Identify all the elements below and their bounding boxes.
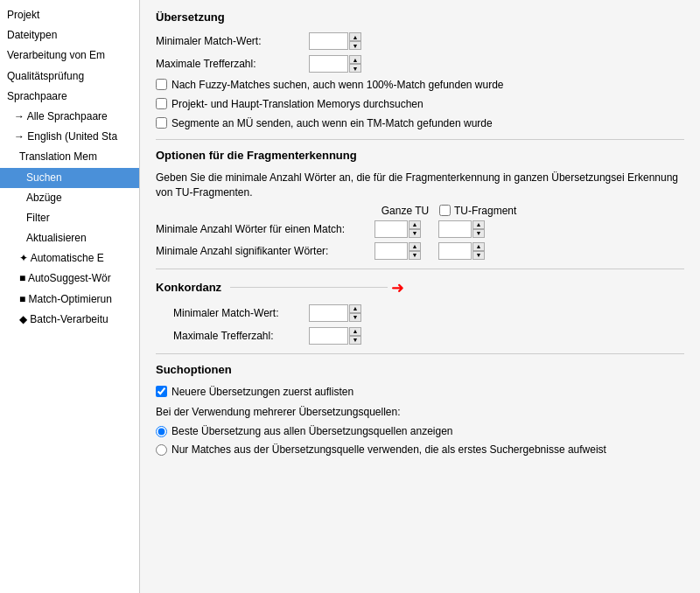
- sidebar-item-translation-mem[interactable]: Translation Mem: [0, 147, 139, 167]
- row2-ganze-input[interactable]: 2: [374, 242, 408, 260]
- sidebar-item-alle-sprachpaare[interactable]: → Alle Sprachpaare: [0, 107, 139, 127]
- konk-max-btns: ▲ ▼: [349, 327, 361, 345]
- radio1-label: Beste Übersetzung aus allen Übersetzungs…: [172, 424, 453, 439]
- konk-min-down[interactable]: ▼: [349, 313, 361, 322]
- max-treffer-spinbox-btns: ▲ ▼: [349, 55, 361, 73]
- row2-ganze-up[interactable]: ▲: [409, 242, 421, 251]
- fragment-row2: Minimale Anzahl signifikanter Wörter: 2 …: [156, 242, 684, 260]
- sidebar-item-batch-verarbeitung[interactable]: ◆ Batch-Verarbeitu: [0, 310, 139, 330]
- min-match-row: Minimaler Match-Wert: 70 ▲ ▼: [156, 32, 684, 50]
- fragment-desc: Geben Sie die minimale Anzahl Wörter an,…: [156, 171, 684, 200]
- sidebar-item-suchen[interactable]: Suchen: [0, 168, 139, 188]
- konk-min-label: Minimaler Match-Wert:: [156, 307, 309, 319]
- konk-max-row: Maximale Trefferzahl: 30 ▲ ▼: [156, 327, 684, 345]
- konk-min-spinbox: 70 ▲ ▼: [309, 304, 361, 322]
- sidebar-item-autosuggest[interactable]: ■ AutoSuggest-Wör: [0, 269, 139, 289]
- arrow-line: ➜: [230, 278, 684, 297]
- sidebar-item-match-optimierung[interactable]: ■ Match-Optimierun: [0, 290, 139, 310]
- radio2-label: Nur Matches aus der Übersetzungsquelle v…: [172, 443, 606, 457]
- checkbox2-row: Projekt- und Haupt-Translation Memorys d…: [156, 97, 684, 112]
- sidebar-item-aktualisieren[interactable]: Aktualisieren: [0, 228, 139, 248]
- row1-ganze-up[interactable]: ▲: [409, 220, 421, 229]
- max-treffer-label: Maximale Trefferzahl:: [156, 58, 309, 70]
- row1-ganze-spinbox: 2 ▲ ▼: [374, 220, 421, 238]
- min-match-down[interactable]: ▼: [349, 41, 361, 50]
- fragment-row2-label: Minimale Anzahl signifikanter Wörter:: [156, 245, 374, 257]
- konk-max-up[interactable]: ▲: [349, 327, 361, 336]
- row1-fragment-down[interactable]: ▼: [472, 229, 485, 238]
- sidebar-item-english-us[interactable]: → English (United Sta: [0, 127, 139, 147]
- radio2[interactable]: [156, 444, 167, 456]
- fragment-header: Ganze TU TU-Fragment: [156, 205, 684, 217]
- konk-max-down[interactable]: ▼: [349, 336, 361, 345]
- konkordanz-header: Konkordanz ➜: [156, 278, 684, 297]
- tu-fragment-checkbox[interactable]: [439, 205, 451, 216]
- sidebar-item-automatische-e[interactable]: ✦ Automatische E: [0, 248, 139, 269]
- min-match-spinbox-btns: ▲ ▼: [349, 32, 361, 50]
- suchoptionen-title: Suchoptionen: [156, 363, 684, 376]
- divider3: [156, 353, 684, 354]
- sidebar-item-dateitypen[interactable]: Dateitypen: [0, 25, 139, 45]
- fragment-table: Ganze TU TU-Fragment Minimale Anzahl Wör…: [156, 205, 684, 260]
- checkbox3-row: Segmente an MÜ senden, auch wenn ein TM-…: [156, 116, 684, 131]
- row1-fragment-up[interactable]: ▲: [472, 220, 485, 229]
- multi-source-label: Bei der Verwendung mehrerer Übersetzungs…: [156, 405, 684, 420]
- max-treffer-down[interactable]: ▼: [349, 64, 361, 73]
- fragment-row1-label: Minimale Anzahl Wörter für einen Match:: [156, 223, 374, 235]
- row1-fragment-input[interactable]: 3: [438, 220, 472, 238]
- row2-fragment-spinbox: 3 ▲ ▼: [438, 242, 485, 260]
- mu-senden-label: Segmente an MÜ senden, auch wenn ein TM-…: [172, 116, 493, 131]
- suchoptionen-section: Suchoptionen Neuere Übersetzungen zuerst…: [156, 363, 684, 457]
- sidebar-item-filter[interactable]: Filter: [0, 208, 139, 228]
- konkordanz-section: Konkordanz ➜ Minimaler Match-Wert: 70 ▲ …: [156, 278, 684, 345]
- tu-fragment-header: TU-Fragment: [454, 205, 516, 217]
- mu-senden-checkbox[interactable]: [156, 117, 167, 129]
- neuere-checkbox[interactable]: [156, 386, 167, 397]
- sidebar-item-abzuege[interactable]: Abzüge: [0, 188, 139, 208]
- min-match-spinbox: 70 ▲ ▼: [309, 32, 361, 50]
- fuzzy-match-checkbox[interactable]: [156, 79, 167, 90]
- main-content: Übersetzung Minimaler Match-Wert: 70 ▲ ▼…: [140, 0, 700, 593]
- col-ganze-tu: Ganze TU TU-Fragment: [374, 205, 516, 217]
- arrow-line-hr: [230, 287, 388, 288]
- divider1: [156, 139, 684, 140]
- radio1[interactable]: [156, 426, 167, 437]
- row1-ganze-btns: ▲ ▼: [409, 220, 421, 238]
- divider2: [156, 269, 684, 269]
- max-treffer-spinbox: 5 ▲ ▼: [309, 55, 361, 73]
- fragment-row1: Minimale Anzahl Wörter für einen Match: …: [156, 220, 684, 238]
- radio1-row: Beste Übersetzung aus allen Übersetzungs…: [156, 424, 684, 439]
- radio2-row: Nur Matches aus der Übersetzungsquelle v…: [156, 443, 684, 457]
- sidebar-item-sprachpaare[interactable]: Sprachpaare: [0, 87, 139, 107]
- konk-min-btns: ▲ ▼: [349, 304, 361, 322]
- fragment-row2-spins: 2 ▲ ▼ 3 ▲ ▼: [374, 242, 485, 260]
- sidebar-item-qualitaet[interactable]: Qualitätsprüfung: [0, 66, 139, 87]
- row2-ganze-down[interactable]: ▼: [409, 251, 421, 260]
- min-match-up[interactable]: ▲: [349, 32, 361, 41]
- konk-min-row: Minimaler Match-Wert: 70 ▲ ▼: [156, 304, 684, 322]
- sidebar: ProjektDateitypenVerarbeitung von EmQual…: [0, 0, 140, 593]
- row2-ganze-btns: ▲ ▼: [409, 242, 421, 260]
- konk-min-input[interactable]: 70: [309, 304, 348, 322]
- red-arrow-icon: ➜: [391, 278, 404, 297]
- row1-fragment-spinbox: 3 ▲ ▼: [438, 220, 485, 238]
- konkordanz-title: Konkordanz: [156, 281, 221, 294]
- min-match-input[interactable]: 70: [309, 32, 348, 50]
- row2-fragment-down[interactable]: ▼: [472, 251, 485, 260]
- haupt-tm-checkbox[interactable]: [156, 98, 167, 109]
- checkbox4-row: Neuere Übersetzungen zuerst auflisten: [156, 385, 684, 400]
- max-treffer-up[interactable]: ▲: [349, 55, 361, 64]
- max-treffer-input[interactable]: 5: [309, 55, 348, 73]
- konk-min-up[interactable]: ▲: [349, 304, 361, 313]
- row2-fragment-up[interactable]: ▲: [472, 242, 485, 251]
- sidebar-item-projekt[interactable]: Projekt: [0, 5, 139, 25]
- konk-max-input[interactable]: 30: [309, 327, 348, 345]
- row2-ganze-spinbox: 2 ▲ ▼: [374, 242, 421, 260]
- row1-ganze-down[interactable]: ▼: [409, 229, 421, 238]
- row2-fragment-input[interactable]: 3: [438, 242, 472, 260]
- row1-ganze-input[interactable]: 2: [374, 220, 408, 238]
- konk-max-spinbox: 30 ▲ ▼: [309, 327, 361, 345]
- ubersetzung-title: Übersetzung: [156, 10, 684, 24]
- ganze-tu-header: Ganze TU: [374, 205, 436, 217]
- sidebar-item-verarbeitung[interactable]: Verarbeitung von Em: [0, 45, 139, 66]
